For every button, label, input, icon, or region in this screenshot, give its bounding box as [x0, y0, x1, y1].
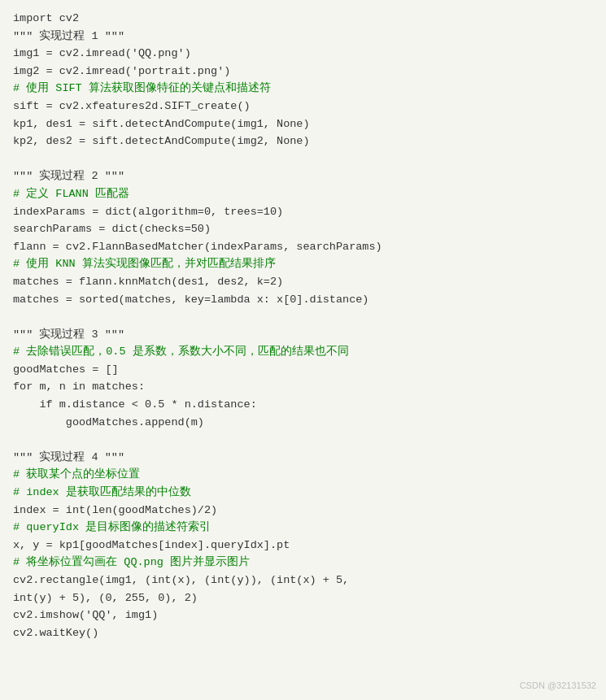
code-line: kp2, des2 = sift.detectAndCompute(img2, …	[13, 133, 593, 150]
code-line	[13, 150, 593, 168]
code-line: img2 = cv2.imread('portrait.png')	[13, 63, 593, 80]
code-line: goodMatches = []	[13, 361, 593, 379]
code-line: """ 实现过程 2 """	[13, 167, 593, 185]
code-line: kp1, des1 = sift.detectAndCompute(img1, …	[13, 115, 593, 133]
code-line: sift = cv2.xfeatures2d.SIFT_create()	[13, 98, 593, 115]
code-line: cv2.rectangle(img1, (int(x), (int(y)), (…	[13, 572, 593, 589]
code-line: # 使用 KNN 算法实现图像匹配，并对匹配结果排序	[13, 255, 593, 273]
code-line: for m, n in matches:	[13, 378, 593, 396]
code-line: x, y = kp1[goodMatches[index].queryIdx].…	[13, 537, 593, 554]
code-line: """ 实现过程 4 """	[13, 449, 593, 467]
code-line: # queryIdx 是目标图像的描述符索引	[13, 519, 593, 537]
footer-watermark: CSDN @32131532	[520, 679, 596, 693]
code-line	[13, 431, 593, 449]
code-line: # 使用 SIFT 算法获取图像特征的关键点和描述符	[13, 80, 593, 98]
code-line: # index 是获取匹配结果的中位数	[13, 484, 593, 502]
code-line: """ 实现过程 3 """	[13, 326, 593, 344]
code-block: import cv2 """ 实现过程 1 """ img1 = cv2.imr…	[13, 10, 593, 641]
code-line: int(y) + 5), (0, 255, 0), 2)	[13, 589, 593, 607]
code-line: # 获取某个点的坐标位置	[13, 466, 593, 484]
code-container: import cv2 """ 实现过程 1 """ img1 = cv2.imr…	[0, 0, 606, 700]
code-line: if m.distance < 0.5 * n.distance:	[13, 396, 593, 414]
code-line	[13, 308, 593, 326]
code-line: img1 = cv2.imread('QQ.png')	[13, 45, 593, 63]
code-line: cv2.waitKey()	[13, 624, 593, 642]
code-line: """ 实现过程 1 """	[13, 28, 593, 46]
code-line: goodMatches.append(m)	[13, 414, 593, 432]
code-line: matches = flann.knnMatch(des1, des2, k=2…	[13, 273, 593, 291]
code-line: index = int(len(goodMatches)/2)	[13, 502, 593, 520]
code-line: # 将坐标位置勾画在 QQ.png 图片并显示图片	[13, 554, 593, 572]
code-line: indexParams = dict(algorithm=0, trees=10…	[13, 203, 593, 221]
code-line: flann = cv2.FlannBasedMatcher(indexParam…	[13, 238, 593, 256]
watermark-text: CSDN @32131532	[520, 680, 596, 690]
code-line: searchParams = dict(checks=50)	[13, 220, 593, 238]
code-line: cv2.imshow('QQ', img1)	[13, 607, 593, 624]
code-line: # 定义 FLANN 匹配器	[13, 185, 593, 203]
code-line: matches = sorted(matches, key=lambda x: …	[13, 291, 593, 309]
code-line: import cv2	[13, 10, 593, 28]
code-line: # 去除错误匹配，0.5 是系数，系数大小不同，匹配的结果也不同	[13, 343, 593, 361]
